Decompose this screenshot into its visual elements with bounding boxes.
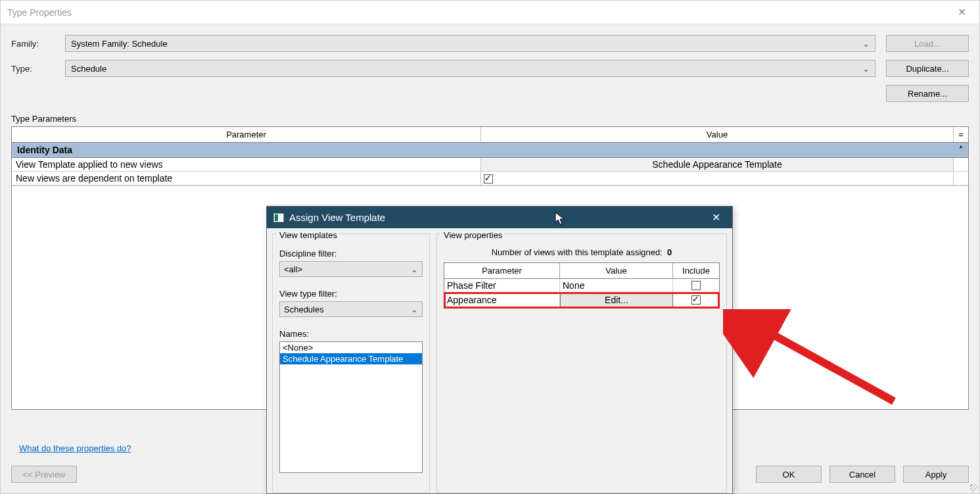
close-icon[interactable]: ✕ bbox=[707, 209, 726, 226]
view-templates-panel: View templates Discipline filter: <all> … bbox=[272, 234, 430, 493]
type-label: Type: bbox=[11, 64, 65, 74]
view-type-filter-label: View type filter: bbox=[279, 289, 423, 299]
family-label: Family: bbox=[11, 39, 65, 49]
grid-header-equals[interactable]: = bbox=[954, 127, 968, 142]
dialog-title: Assign View Template bbox=[289, 212, 385, 223]
apply-button[interactable]: Apply bbox=[903, 466, 969, 483]
checkbox-icon[interactable] bbox=[691, 281, 701, 290]
load-button[interactable]: Load... bbox=[886, 35, 969, 52]
view-properties-table: Parameter Value Include Phase Filter Non… bbox=[444, 262, 720, 309]
value-cell[interactable]: None bbox=[560, 279, 673, 292]
type-properties-titlebar: Type Properties ✕ bbox=[1, 1, 979, 24]
collapse-icon[interactable]: ˄ bbox=[959, 145, 963, 155]
family-value: System Family: Schedule bbox=[71, 39, 168, 49]
param-cell: View Template applied to new views bbox=[12, 158, 481, 171]
preview-button[interactable]: << Preview bbox=[11, 466, 77, 483]
chevron-down-icon: ⌄ bbox=[411, 305, 418, 314]
checkbox-icon[interactable] bbox=[484, 174, 493, 184]
param-cell: Appearance bbox=[444, 293, 560, 307]
discipline-filter-label: Discipline filter: bbox=[279, 249, 423, 259]
grid-row[interactable]: View Template applied to new views Sched… bbox=[12, 158, 968, 172]
assign-view-template-titlebar: Assign View Template ✕ bbox=[267, 207, 732, 228]
value-cell-checkbox[interactable] bbox=[481, 172, 954, 185]
help-link[interactable]: What do these properties do? bbox=[19, 443, 131, 453]
family-combo[interactable]: System Family: Schedule ⌄ bbox=[65, 35, 875, 52]
app-icon bbox=[273, 213, 284, 222]
names-label: Names: bbox=[279, 329, 423, 339]
param-cell: New views are dependent on template bbox=[12, 172, 481, 185]
chevron-down-icon: ⌄ bbox=[411, 264, 418, 274]
chevron-down-icon: ⌄ bbox=[862, 64, 870, 74]
panel-title: View properties bbox=[441, 230, 505, 240]
chevron-down-icon: ⌄ bbox=[862, 39, 870, 49]
names-list[interactable]: <None> Schedule Appearance Template bbox=[279, 341, 423, 473]
duplicate-button[interactable]: Duplicate... bbox=[886, 60, 969, 77]
table-row[interactable]: Appearance Edit... bbox=[444, 293, 719, 308]
table-header-value[interactable]: Value bbox=[560, 263, 673, 278]
assign-view-template-dialog: Assign View Template ✕ View templates Di… bbox=[266, 206, 733, 494]
close-icon[interactable]: ✕ bbox=[951, 2, 973, 22]
grid-row[interactable]: New views are dependent on template bbox=[12, 172, 968, 185]
checkbox-icon[interactable] bbox=[691, 295, 701, 305]
assigned-count: Number of views with this template assig… bbox=[444, 247, 720, 257]
discipline-filter-select[interactable]: <all> ⌄ bbox=[279, 261, 423, 277]
grid-header-parameter[interactable]: Parameter bbox=[12, 127, 481, 142]
type-parameters-label: Type Parameters bbox=[11, 114, 969, 124]
include-cell[interactable] bbox=[673, 279, 719, 292]
list-item[interactable]: Schedule Appearance Template bbox=[280, 353, 422, 364]
rename-button[interactable]: Rename... bbox=[886, 85, 969, 102]
table-header-include[interactable]: Include bbox=[673, 263, 719, 278]
include-cell[interactable] bbox=[673, 293, 719, 307]
cancel-button[interactable]: Cancel bbox=[829, 466, 895, 483]
view-type-filter-select[interactable]: Schedules ⌄ bbox=[279, 301, 423, 317]
panel-title: View templates bbox=[277, 230, 340, 240]
window-title: Type Properties bbox=[7, 7, 72, 18]
list-item[interactable]: <None> bbox=[280, 342, 422, 353]
grid-header-value[interactable]: Value bbox=[481, 127, 954, 142]
resize-grip-icon[interactable] bbox=[969, 483, 978, 492]
param-cell: Phase Filter bbox=[444, 279, 560, 292]
grid-group-identity-data[interactable]: Identity Data ˄ bbox=[12, 143, 968, 158]
ok-button[interactable]: OK bbox=[756, 466, 822, 483]
type-value: Schedule bbox=[71, 64, 106, 74]
table-header-parameter[interactable]: Parameter bbox=[444, 263, 560, 278]
value-cell[interactable]: Schedule Appearance Template bbox=[481, 158, 954, 171]
edit-button[interactable]: Edit... bbox=[560, 293, 673, 307]
type-combo[interactable]: Schedule ⌄ bbox=[65, 60, 875, 77]
table-row[interactable]: Phase Filter None bbox=[444, 279, 719, 293]
view-properties-panel: View properties Number of views with thi… bbox=[436, 234, 727, 493]
